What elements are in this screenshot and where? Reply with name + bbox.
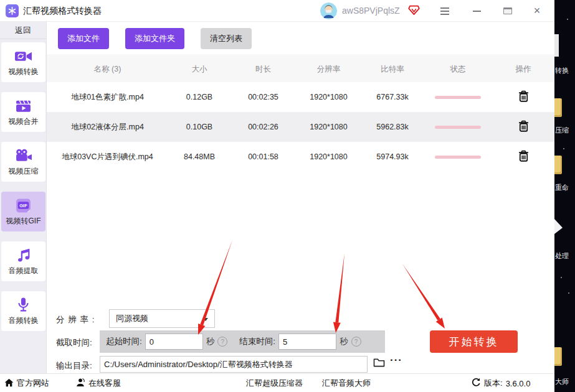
close-button[interactable]: × (526, 0, 548, 22)
cell-status (424, 156, 492, 159)
start-help-icon[interactable]: ? (217, 337, 227, 347)
video-compress-icon (14, 147, 32, 164)
delete-row-button[interactable] (516, 90, 531, 105)
back-button[interactable]: 返回 (0, 22, 46, 39)
menu-button[interactable] (434, 0, 455, 22)
add-folder-button[interactable]: 添加文件夹 (125, 28, 184, 49)
desktop-folder-icon (554, 98, 562, 117)
svg-text:GIF: GIF (19, 203, 27, 208)
hamburger-icon (440, 7, 449, 15)
user-avatar[interactable] (320, 2, 337, 19)
sidebar-item-label: 视频转GIF (6, 216, 41, 226)
table-row[interactable]: 地球03VC片遇到碘伏.mp484.48MB00:01:581920*10805… (47, 142, 554, 172)
official-site-link[interactable]: 官方网站 (4, 374, 49, 392)
sidebar-item-label: 音频提取 (9, 266, 39, 276)
table-row[interactable]: 地球01色素扩散.mp40.12GB00:02:351920*10806767.… (47, 82, 554, 112)
resolution-label: 分 辨 率 : (56, 314, 95, 325)
audio-extract-icon (16, 247, 31, 264)
table-header: 名称 (3)大小时长分辨率比特率状态操作 (47, 56, 554, 82)
sidebar-item-video-compress[interactable]: 视频压缩 (1, 142, 45, 182)
vip-badge-icon[interactable] (408, 5, 420, 18)
resolution-value: 同源视频 (116, 314, 148, 323)
sidebar-item-video-gif[interactable]: GIF视频转GIF (1, 192, 45, 231)
browse-folder-button[interactable] (373, 357, 385, 369)
cell-status (424, 96, 492, 99)
progress-bar (435, 126, 481, 129)
cell-resolution: 1920*1080 (296, 93, 361, 101)
version-label: 版本: (484, 378, 503, 389)
sidebar-item-audio-extract[interactable]: 音频提取 (1, 241, 45, 281)
desktop-icon-label: 处理 (555, 251, 569, 261)
version-value: 3.6.0.0 (506, 379, 531, 388)
output-path-input[interactable] (100, 356, 368, 373)
audio-master-link[interactable]: 汇帮音频大师 (322, 374, 371, 392)
cell-bitrate: 6767.33k (361, 93, 424, 101)
restore-icon (503, 7, 512, 14)
clear-list-button[interactable]: 清空列表 (201, 28, 252, 49)
more-options-button[interactable]: ··· (390, 354, 402, 366)
online-service-link[interactable]: 在线客服 (76, 374, 121, 392)
super-compressor-link[interactable]: 汇帮超级压缩器 (246, 374, 303, 392)
file-table: 名称 (3)大小时长分辨率比特率状态操作 地球01色素扩散.mp40.12GB0… (47, 56, 554, 172)
start-time-input[interactable] (145, 334, 203, 350)
cell-duration: 00:02:26 (230, 123, 296, 131)
column-header: 名称 (3) (47, 64, 168, 75)
video-merge-icon (15, 98, 32, 114)
desktop-icon-label: 大师 (555, 377, 569, 386)
column-header: 比特率 (361, 64, 424, 75)
cell-size: 0.10GB (168, 123, 230, 131)
start-convert-button[interactable]: 开始转换 (430, 330, 518, 353)
cell-duration: 00:01:58 (230, 152, 296, 161)
sidebar-item-video-convert[interactable]: 视频转换 (1, 42, 45, 82)
trim-panel: 起始时间: 秒 ? 结束时间: 秒 ? (100, 330, 385, 353)
cell-size: 84.48MB (168, 152, 230, 161)
sidebar-item-label: 音频转换 (9, 315, 39, 326)
trash-icon (518, 120, 529, 134)
close-icon: × (534, 4, 541, 17)
delete-row-button[interactable] (516, 149, 531, 164)
trash-icon (518, 150, 529, 164)
window-title: 汇帮视频格式转换器 (23, 0, 102, 22)
start-seconds-label: 秒 (206, 336, 215, 347)
minimize-icon (473, 11, 481, 12)
sidebar-item-audio-convert[interactable]: 音频转换 (1, 291, 45, 331)
sidebar: 返回 视频转换视频合并视频压缩GIF视频转GIF音频提取音频转换 (0, 22, 47, 373)
output-dir-label: 输出目录: (56, 360, 92, 371)
maximize-button[interactable] (497, 0, 518, 22)
desktop-icon-label: 重命 (555, 183, 569, 192)
progress-bar (435, 96, 481, 99)
cell-action (492, 119, 554, 134)
cell-bitrate: 5962.83k (361, 123, 424, 131)
column-header: 状态 (424, 64, 492, 75)
table-row[interactable]: 地球02液体分层.mp40.10GB00:02:261920*10805962.… (47, 112, 554, 142)
status-bar: 官方网站 在线客服 汇帮超级压缩器 汇帮音频大师 版本: 3.6.0.0 (0, 373, 554, 392)
person-icon (76, 378, 85, 389)
desktop-background: 转换压缩重命处理大师 (554, 0, 575, 392)
cell-resolution: 1920*1080 (296, 123, 361, 131)
cell-size: 0.12GB (168, 93, 230, 101)
version-area[interactable]: 版本: 3.6.0.0 (472, 374, 530, 392)
video-gif-icon: GIF (15, 197, 32, 214)
column-header: 时长 (230, 64, 296, 75)
app-logo-icon (6, 4, 19, 17)
end-seconds-label: 秒 (340, 336, 348, 347)
sidebar-item-label: 视频压缩 (9, 166, 39, 177)
cell-name: 地球01色素扩散.mp4 (47, 92, 168, 103)
sidebar-item-label: 视频转换 (9, 67, 39, 77)
start-time-label: 起始时间: (106, 336, 142, 347)
end-time-label: 结束时间: (239, 336, 275, 347)
end-time-input[interactable] (278, 334, 336, 350)
desktop-cursor-icon (554, 219, 563, 234)
desktop-folder-icon (554, 347, 562, 366)
cell-action (492, 149, 554, 164)
resolution-select[interactable]: 同源视频 (109, 309, 215, 328)
end-help-icon[interactable]: ? (351, 337, 361, 347)
cell-name: 地球03VC片遇到碘伏.mp4 (47, 152, 168, 162)
minimize-button[interactable] (466, 0, 487, 22)
desktop-folder-icon (554, 156, 562, 174)
table-body: 地球01色素扩散.mp40.12GB00:02:351920*10806767.… (47, 82, 554, 172)
delete-row-button[interactable] (516, 119, 531, 134)
sidebar-item-video-merge[interactable]: 视频合并 (1, 92, 45, 132)
video-convert-icon (14, 48, 32, 65)
add-file-button[interactable]: 添加文件 (58, 28, 109, 49)
